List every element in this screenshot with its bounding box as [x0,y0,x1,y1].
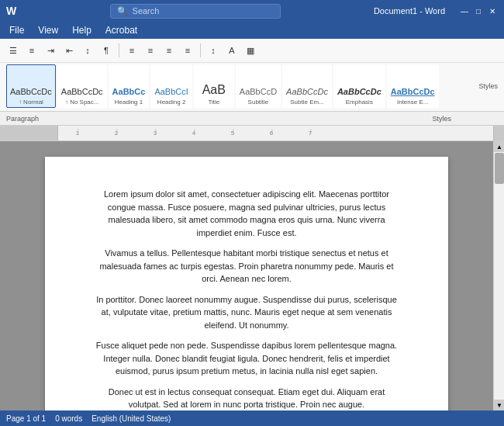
style-no-spacing-preview: AaBbCcDc [61,87,103,97]
paragraph-group-label: Paragraph [6,115,115,123]
ribbon: ☰ ≡ ⇥ ⇤ ↕ ¶ ≡ ≡ ≡ ≡ ↕ A ▦ AaBbCcDc ↑ Nor… [0,39,504,112]
style-subtitle-preview: AaBbCcD [240,87,277,97]
toolbar-separator-2 [200,43,201,57]
vertical-scrollbar[interactable]: ▲ ▼ [493,141,504,410]
style-subtle-em-label: Subtle Em... [290,99,324,106]
style-emphasis-preview: AaBbCcDc [337,87,381,97]
search-box[interactable]: 🔍 Search [110,4,281,19]
numbered-list-button[interactable]: ≡ [23,42,40,59]
align-right-button[interactable]: ≡ [161,42,178,59]
maximize-button[interactable]: □ [473,5,484,16]
style-subtle-em-preview: AaBbCcDc [286,87,328,97]
align-center-button[interactable]: ≡ [142,42,159,59]
ruler-mark-2: 2 [97,130,136,137]
search-icon: 🔍 [117,6,128,16]
ruler-marks: 1 2 3 4 5 6 7 [58,130,493,137]
ruler: 1 2 3 4 5 6 7 [0,126,504,141]
title-bar: W 🔍 Search Document1 - Word — □ ✕ [0,0,504,22]
toolbar-row: ☰ ≡ ⇥ ⇤ ↕ ¶ ≡ ≡ ≡ ≡ ↕ A ▦ [0,39,504,62]
style-heading1[interactable]: AaBbCc Heading 1 [109,64,150,108]
close-button[interactable]: ✕ [487,5,498,16]
style-normal[interactable]: AaBbCcDc ↑ Normal [6,64,56,108]
style-gallery: AaBbCcDc ↑ Normal AaBbCcDc ↑ No Spac... … [6,64,439,108]
style-no-spacing-label: ↑ No Spac... [65,99,99,106]
scroll-track[interactable] [494,152,504,400]
style-title[interactable]: AaB Title [194,64,234,108]
language: English (United States) [91,414,171,423]
title-bar-center: 🔍 Search [16,4,374,19]
menu-bar: File View Help Acrobat [0,22,504,39]
group-labels-row: Paragraph Styles [0,112,504,126]
word-logo: W [6,5,16,17]
title-bar-left: W [6,5,16,17]
scroll-thumb[interactable] [495,153,504,184]
menu-file[interactable]: File [3,23,30,37]
ruler-mark-4: 4 [174,130,213,137]
word-count: 0 words [55,414,82,423]
document-page[interactable]: Lorem ipsum dolor sit amet, consectetuer… [45,157,448,410]
style-normal-preview: AaBbCcDc [10,87,52,97]
style-heading1-label: Heading 1 [115,99,143,106]
menu-view[interactable]: View [32,23,64,37]
style-emphasis[interactable]: AaBbCcDc Emphasis [333,64,385,108]
title-bar-right: Document1 - Word — □ ✕ [374,5,498,16]
window-controls: — □ ✕ [459,5,498,16]
paragraph-4[interactable]: Fusce aliquet pede non pede. Suspendisse… [91,339,402,378]
paragraph-3[interactable]: In porttitor. Donec laoreet nonummy augu… [91,293,402,332]
sort-button[interactable]: ↕ [79,42,96,59]
style-emphasis-label: Emphasis [346,99,373,106]
status-bar: Page 1 of 1 0 words English (United Stat… [0,410,504,426]
style-subtitle[interactable]: AaBbCcD Subtitle [236,64,281,108]
style-subtitle-label: Subtitle [248,99,269,106]
borders-button[interactable]: ▦ [242,42,259,59]
line-spacing-button[interactable]: ↕ [205,42,222,59]
search-placeholder: Search [133,6,160,16]
ruler-mark-6: 6 [252,130,291,137]
window-title: Document1 - Word [374,6,445,16]
pilcrow-button[interactable]: ¶ [98,42,115,59]
indent-button[interactable]: ⇥ [42,42,59,59]
style-heading1-preview: AaBbCc [112,87,146,97]
menu-help[interactable]: Help [66,23,98,37]
align-left-button[interactable]: ≡ [123,42,140,59]
document-area[interactable]: Lorem ipsum dolor sit amet, consectetuer… [0,141,493,410]
outdent-button[interactable]: ⇤ [60,42,78,59]
paragraph-2[interactable]: Vivamus a tellus. Pellentesque habitant … [91,247,402,286]
paragraph-1[interactable]: Lorem ipsum dolor sit amet, consectetuer… [91,188,402,239]
style-heading2-label: Heading 2 [157,99,185,106]
ruler-mark-3: 3 [136,130,174,137]
toolbar-separator-1 [119,43,119,57]
justify-button[interactable]: ≡ [179,42,196,59]
style-subtle-em[interactable]: AaBbCcDc Subtle Em... [282,64,332,108]
shading-button[interactable]: A [223,42,240,59]
style-title-preview: AaB [202,82,226,97]
styles-row: AaBbCcDc ↑ Normal AaBbCcDc ↑ No Spac... … [0,62,504,111]
ruler-margin-right [493,126,504,140]
page-info: Page 1 of 1 [6,414,46,423]
scroll-down-button[interactable]: ▼ [494,400,504,410]
paragraph-5[interactable]: Donec ut est in lectus consequat consequ… [91,386,402,411]
app-window: W 🔍 Search Document1 - Word — □ ✕ File V… [0,0,504,426]
style-title-label: Title [208,99,219,106]
ruler-margin-left [0,126,58,140]
style-heading2-preview: AaBbCcI [154,87,188,97]
menu-acrobat[interactable]: Acrobat [99,23,143,37]
style-no-spacing[interactable]: AaBbCcDc ↑ No Spac... [57,64,107,108]
style-intense-e-preview: AaBbCcDc [391,87,435,97]
ruler-mark-1: 1 [58,130,97,137]
scroll-up-button[interactable]: ▲ [494,141,504,152]
content-area: Lorem ipsum dolor sit amet, consectetuer… [0,141,504,410]
style-intense-e-label: Intense E... [397,99,428,106]
styles-section-label: Styles [447,82,498,90]
minimize-button[interactable]: — [459,5,470,16]
styles-group-label: Styles [432,115,498,123]
ruler-mark-7: 7 [291,130,330,137]
bullet-list-button[interactable]: ☰ [5,42,22,59]
ruler-mark-5: 5 [213,130,252,137]
style-heading2[interactable]: AaBbCcI Heading 2 [150,64,192,108]
style-intense-e[interactable]: AaBbCcDc Intense E... [387,64,439,108]
style-normal-label: ↑ Normal [19,99,43,106]
